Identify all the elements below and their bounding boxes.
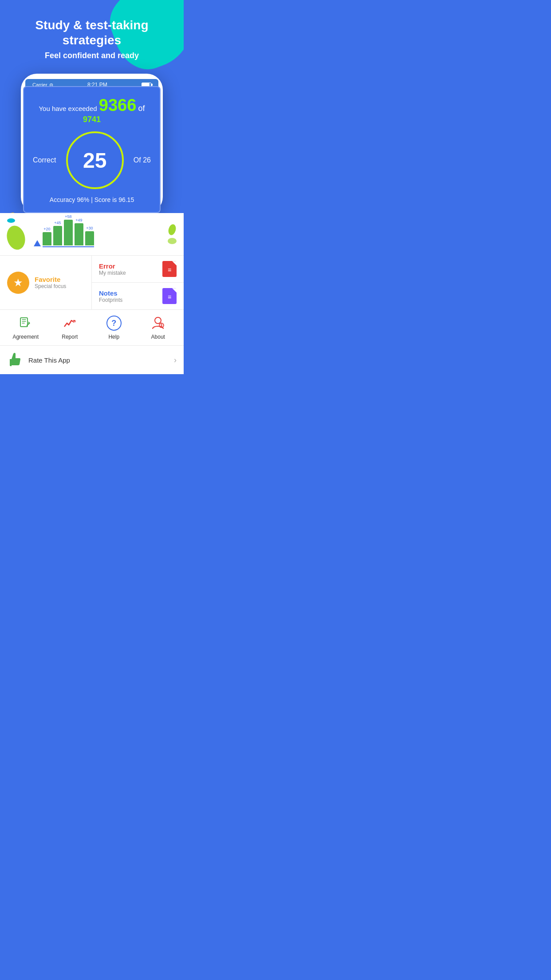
score-number: 25 [83, 148, 106, 173]
help-label: Help [108, 334, 119, 340]
bar-item: +20 [43, 227, 51, 245]
nav-item-report[interactable]: Report [48, 315, 92, 340]
bar-label: +30 [86, 226, 93, 230]
phone-mockup: Carrier ⊜ 8:21 PM You have exceeded 9366… [21, 74, 163, 213]
notes-sublabel: Footprints [99, 297, 122, 303]
notes-feature[interactable]: Notes Footprints ≡ [92, 283, 184, 309]
bar-label: +45 [54, 221, 61, 225]
of-label: Of 26 [134, 156, 151, 164]
notes-info: Notes Footprints [99, 289, 122, 303]
about-icon [150, 315, 166, 331]
phone-outer: Carrier ⊜ 8:21 PM You have exceeded 9366… [21, 74, 163, 213]
svg-point-1 [155, 317, 161, 324]
score-circle: 25 [66, 131, 124, 189]
nav-item-about[interactable]: About [136, 315, 181, 340]
bar-visual [75, 223, 83, 245]
error-feature[interactable]: Error My mistake ≡ [92, 256, 184, 283]
about-label: About [151, 334, 165, 340]
bar-visual [85, 231, 94, 245]
teal-oval-small [7, 218, 15, 223]
feature-grid: ★ Favorite Special focus Error My mistak… [0, 256, 184, 310]
help-icon: ? [106, 315, 122, 331]
favorite-label: Favorite [35, 276, 66, 283]
doc-lines-purple: ≡ [168, 293, 171, 300]
content-section: +20+45+58+49+30 ★ Favorite Special focus… [0, 213, 184, 374]
bar-visual [53, 226, 62, 245]
sub-title: Feel confident and ready [9, 51, 175, 60]
bar-visual [43, 232, 51, 245]
report-icon [62, 315, 78, 331]
favorite-sublabel: Special focus [35, 283, 66, 289]
error-sublabel: My mistake [99, 270, 126, 276]
green-oval-right [167, 224, 177, 236]
agreement-label: Agreement [12, 334, 39, 340]
notes-doc-icon: ≡ [162, 288, 177, 304]
svg-point-5 [161, 323, 162, 324]
correct-label: Correct [33, 156, 56, 164]
doc-lines-red: ≡ [168, 266, 171, 273]
bar-visual [64, 220, 73, 245]
agreement-icon [18, 315, 34, 331]
bottom-nav: Agreement Report ? Help [0, 310, 184, 346]
green-oval-left [4, 224, 28, 252]
nav-item-agreement[interactable]: Agreement [4, 315, 48, 340]
bar-label: +58 [65, 214, 71, 219]
score-circle-row: Correct 25 Of 26 [33, 131, 151, 189]
bars-container: +20+45+58+49+30 [43, 221, 94, 247]
green-oval-small-right [168, 238, 177, 244]
report-label: Report [62, 334, 78, 340]
chart-visualization: +20+45+58+49+30 [34, 221, 163, 248]
bar-label: +20 [43, 227, 50, 231]
bar-item: +45 [53, 221, 62, 245]
main-title: Study & test-taking strategies [9, 18, 175, 47]
bar-item: +58 [64, 214, 73, 245]
exceeded-of: of [138, 104, 145, 113]
nav-item-help[interactable]: ? Help [92, 315, 136, 340]
error-info: Error My mistake [99, 262, 126, 276]
chart-arrow-up [34, 240, 41, 246]
thumbs-up-icon [7, 352, 23, 368]
help-circle: ? [106, 316, 122, 331]
exceeded-text: You have exceeded 9366 of 9741 [33, 96, 151, 124]
exceeded-prefix: You have exceeded [39, 105, 97, 112]
score-card: You have exceeded 9366 of 9741 Correct 2… [23, 86, 161, 213]
chart-right-decoration [168, 224, 177, 244]
chevron-right-icon: › [174, 356, 177, 365]
exceeded-number: 9366 [99, 96, 137, 115]
bar-label: +49 [75, 218, 82, 222]
rate-label: Rate This App [28, 356, 169, 364]
star-icon: ★ [7, 272, 29, 294]
accuracy-text: Accuracy 96% | Score is 96.15 [33, 196, 151, 203]
bar-item: +30 [85, 226, 94, 245]
error-doc-icon: ≡ [162, 261, 177, 277]
error-label: Error [99, 262, 126, 270]
rate-app-row[interactable]: Rate This App › [0, 346, 184, 374]
bar-item: +49 [75, 218, 83, 245]
exceeded-total: 9741 [83, 115, 101, 124]
chart-row: +20+45+58+49+30 [0, 213, 184, 256]
header-section: Study & test-taking strategies Feel conf… [0, 0, 184, 69]
chart-left-decoration [7, 218, 29, 250]
feature-right-column: Error My mistake ≡ Notes Footprints ≡ [92, 256, 184, 309]
favorite-info: Favorite Special focus [35, 276, 66, 289]
notes-label: Notes [99, 289, 122, 297]
favorite-feature[interactable]: ★ Favorite Special focus [0, 256, 92, 309]
